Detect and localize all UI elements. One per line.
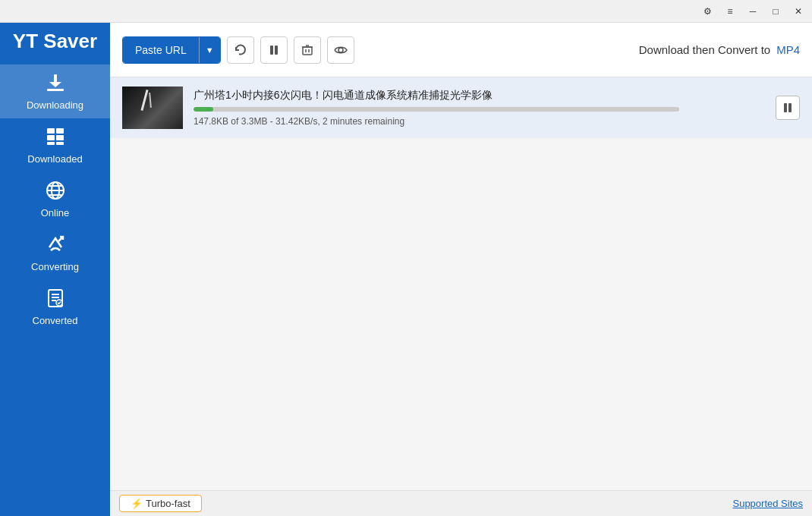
svg-rect-5	[47, 135, 55, 140]
svg-rect-3	[47, 128, 55, 134]
converted-label: Converted	[33, 315, 78, 326]
progress-row	[194, 107, 765, 112]
download-stats: 147.8KB of 3.3MB - 31.42KB/s, 2 minutes …	[194, 116, 765, 127]
svg-rect-19	[270, 46, 273, 55]
download-info: 广州塔1小时内接6次闪电！闪电通道成像系统精准捕捉光学影像 147.8KB of…	[194, 89, 765, 127]
pause-all-button[interactable]	[260, 36, 288, 64]
supported-sites-link[interactable]: Supported Sites	[732, 498, 803, 509]
download-icon	[45, 72, 66, 96]
downloading-label: Downloading	[27, 99, 83, 111]
svg-rect-27	[784, 103, 787, 112]
delete-all-button[interactable]	[294, 36, 321, 64]
settings-btn[interactable]: ⚙	[697, 3, 718, 20]
downloaded-label: Downloaded	[27, 153, 82, 165]
sidebar-item-converting[interactable]: Converting	[0, 226, 110, 280]
toolbar: Paste URL ▼	[110, 23, 812, 77]
refresh-button[interactable]	[227, 36, 254, 64]
paste-url-dropdown[interactable]: ▼	[199, 37, 220, 63]
sidebar-item-downloaded[interactable]: Downloaded	[0, 118, 110, 172]
svg-point-26	[338, 48, 343, 52]
svg-rect-0	[47, 89, 64, 91]
minimize-btn[interactable]: ─	[742, 3, 763, 20]
pause-button[interactable]	[776, 96, 800, 120]
svg-rect-20	[275, 46, 278, 55]
menu-btn[interactable]: ≡	[719, 3, 741, 20]
sidebar: YT Saver Downloading	[0, 23, 110, 516]
app-container: YT Saver Downloading	[0, 23, 812, 516]
downloaded-icon	[45, 126, 66, 150]
convert-label: Download then Convert to	[639, 43, 770, 56]
svg-rect-8	[56, 142, 64, 145]
progress-bar-container	[194, 107, 679, 112]
sidebar-item-online[interactable]: Online	[0, 172, 110, 226]
online-icon	[45, 180, 66, 204]
main-content: Paste URL ▼	[110, 23, 812, 516]
svg-rect-6	[56, 135, 64, 140]
close-btn[interactable]: ✕	[788, 3, 809, 20]
eye-button[interactable]	[327, 36, 354, 64]
paste-url-button[interactable]: Paste URL	[123, 37, 199, 63]
app-title: YT Saver	[13, 30, 97, 52]
converted-icon	[45, 288, 66, 312]
title-bar: ⚙ ≡ ─ □ ✕	[0, 0, 812, 23]
svg-rect-4	[56, 128, 64, 134]
svg-rect-28	[788, 103, 792, 112]
turbo-label: Turbo-fast	[146, 498, 190, 509]
download-item: 广州塔1小时内接6次闪电！闪电通道成像系统精准捕捉光学影像 147.8KB of…	[110, 77, 812, 138]
download-title: 广州塔1小时内接6次闪电！闪电通道成像系统精准捕捉光学影像	[194, 89, 765, 102]
sidebar-item-downloading[interactable]: Downloading	[0, 64, 110, 118]
window-controls: ⚙ ≡ ─ □ ✕	[697, 3, 809, 20]
svg-rect-7	[47, 142, 55, 145]
svg-marker-2	[49, 82, 61, 87]
convert-format[interactable]: MP4	[776, 43, 800, 56]
bottom-bar: ⚡ Turbo-fast Supported Sites	[110, 490, 812, 516]
progress-bar-fill	[194, 107, 213, 112]
turbo-icon: ⚡	[131, 498, 143, 509]
converting-label: Converting	[31, 261, 79, 272]
download-area: 广州塔1小时内接6次闪电！闪电通道成像系统精准捕捉光学影像 147.8KB of…	[110, 77, 812, 490]
converting-icon	[45, 234, 66, 258]
sidebar-item-converted[interactable]: Converted	[0, 280, 110, 334]
thumbnail	[122, 87, 183, 129]
online-label: Online	[41, 207, 70, 219]
paste-url-group: Paste URL ▼	[122, 36, 221, 64]
turbo-fast-button[interactable]: ⚡ Turbo-fast	[119, 495, 202, 512]
svg-rect-21	[303, 47, 312, 55]
maximize-btn[interactable]: □	[765, 3, 786, 20]
